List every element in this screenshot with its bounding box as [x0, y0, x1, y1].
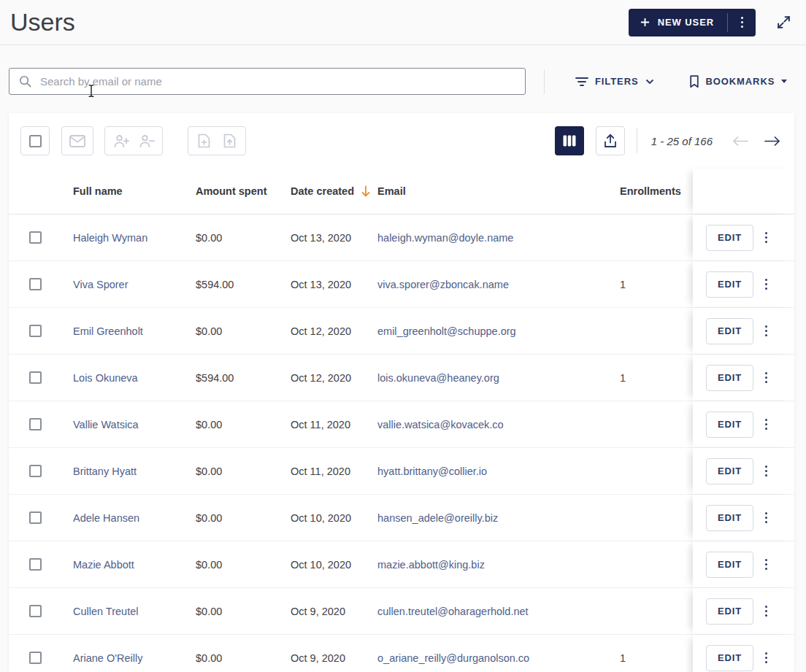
- header-action-spacer: [693, 169, 794, 214]
- email-cell: cullen.treutel@oharagerhold.net: [377, 606, 620, 617]
- file-actions-group: [188, 126, 246, 155]
- edit-button[interactable]: EDIT: [706, 552, 753, 578]
- select-all-checkbox-wrapper[interactable]: [20, 126, 50, 155]
- user-email-link[interactable]: viva.sporer@zboncak.name: [377, 279, 509, 290]
- select-all-checkbox[interactable]: [29, 135, 42, 147]
- email-icon: [69, 135, 85, 147]
- user-email-link[interactable]: cullen.treutel@oharagerhold.net: [377, 606, 529, 617]
- bookmarks-button[interactable]: BOOKMARKS: [688, 71, 789, 93]
- user-email-link[interactable]: haleigh.wyman@doyle.name: [377, 232, 513, 244]
- edit-button[interactable]: EDIT: [706, 645, 753, 671]
- row-checkbox[interactable]: [29, 558, 42, 571]
- user-name-link[interactable]: Brittany Hyatt: [73, 466, 137, 477]
- user-name-link[interactable]: Viva Sporer: [73, 279, 128, 290]
- user-name-link[interactable]: Mazie Abbott: [73, 559, 134, 571]
- send-email-button[interactable]: [61, 126, 93, 155]
- row-menu-icon[interactable]: [761, 273, 772, 296]
- user-email-link[interactable]: mazie.abbott@king.biz: [377, 559, 485, 571]
- user-name-cell: Haleigh Wyman: [73, 232, 196, 244]
- user-email-link[interactable]: o_ariane_reilly@durganolson.co: [377, 652, 529, 664]
- caret-down-icon: [781, 80, 787, 83]
- row-checkbox[interactable]: [29, 652, 42, 664]
- user-name-cell: Ariane O'Reilly: [73, 652, 196, 664]
- date-created-cell: Oct 9, 2020: [291, 606, 377, 617]
- remove-user-button[interactable]: [134, 127, 159, 155]
- user-name-link[interactable]: Cullen Treutel: [73, 606, 138, 617]
- email-cell: haleigh.wyman@doyle.name: [377, 232, 620, 244]
- edit-button[interactable]: EDIT: [706, 458, 753, 484]
- user-email-link[interactable]: emil_greenholt@schuppe.org: [377, 325, 516, 337]
- column-header-enrollments[interactable]: Enrollments: [620, 185, 693, 197]
- user-email-link[interactable]: hansen_adele@oreilly.biz: [377, 512, 498, 524]
- amount-spent-cell: $0.00: [196, 466, 291, 477]
- row-checkbox-cell: [9, 652, 73, 664]
- user-name-link[interactable]: Adele Hansen: [73, 512, 139, 524]
- new-user-button[interactable]: NEW USER: [629, 9, 756, 36]
- row-checkbox[interactable]: [29, 465, 42, 477]
- edit-button[interactable]: EDIT: [706, 225, 753, 251]
- export-file-button[interactable]: [217, 127, 242, 155]
- user-name-link[interactable]: Ariane O'Reilly: [73, 652, 142, 664]
- row-menu-icon[interactable]: [761, 646, 772, 669]
- row-menu-icon[interactable]: [761, 320, 772, 342]
- search-input[interactable]: [9, 68, 526, 95]
- search-filter-row: FILTERS BOOKMARKS: [0, 45, 806, 95]
- row-menu-icon[interactable]: [761, 600, 772, 622]
- new-user-main[interactable]: NEW USER: [629, 9, 727, 36]
- columns-view-button[interactable]: [555, 126, 584, 155]
- table-row: Cullen Treutel $0.00 Oct 9, 2020 cullen.…: [9, 588, 794, 635]
- user-name-link[interactable]: Lois Okuneva: [73, 372, 138, 384]
- table-row: Brittany Hyatt $0.00 Oct 11, 2020 hyatt.…: [9, 448, 794, 495]
- new-user-menu-icon[interactable]: [728, 9, 756, 36]
- date-created-cell: Oct 11, 2020: [291, 419, 377, 430]
- expand-icon[interactable]: [775, 13, 793, 31]
- enrollments-cell: 1: [620, 279, 693, 290]
- row-menu-icon[interactable]: [761, 413, 772, 436]
- row-menu-icon[interactable]: [761, 226, 772, 249]
- date-created-cell: Oct 10, 2020: [291, 512, 377, 524]
- row-actions: EDIT: [693, 215, 794, 260]
- user-name-link[interactable]: Emil Greenholt: [73, 325, 143, 337]
- row-checkbox[interactable]: [29, 511, 42, 524]
- user-name-link[interactable]: Vallie Watsica: [73, 419, 138, 430]
- user-email-link[interactable]: vallie.watsica@kovacek.co: [377, 419, 504, 430]
- amount-spent-cell: $0.00: [196, 232, 291, 244]
- add-file-button[interactable]: [191, 127, 217, 155]
- row-actions: EDIT: [693, 401, 794, 447]
- column-header-amount-spent[interactable]: Amount spent: [196, 185, 291, 197]
- column-header-date-created[interactable]: Date created: [291, 185, 377, 198]
- row-checkbox[interactable]: [29, 605, 42, 617]
- row-menu-icon[interactable]: [761, 506, 772, 529]
- edit-button[interactable]: EDIT: [706, 412, 753, 438]
- user-name-cell: Mazie Abbott: [73, 559, 196, 571]
- column-header-email[interactable]: Email: [377, 185, 620, 197]
- row-checkbox[interactable]: [29, 371, 42, 384]
- search-input-wrapper: [9, 68, 526, 95]
- row-checkbox[interactable]: [29, 231, 42, 244]
- add-user-button[interactable]: [108, 127, 134, 155]
- row-checkbox-cell: [9, 371, 73, 384]
- next-page-button[interactable]: [762, 134, 783, 149]
- row-menu-icon[interactable]: [761, 460, 772, 482]
- column-header-full-name[interactable]: Full name: [73, 185, 196, 197]
- edit-button[interactable]: EDIT: [706, 598, 753, 625]
- user-email-link[interactable]: hyatt.brittany@collier.io: [377, 466, 487, 477]
- row-menu-icon[interactable]: [761, 366, 772, 389]
- filters-button[interactable]: FILTERS: [574, 72, 656, 91]
- vertical-divider: [544, 69, 545, 94]
- edit-button[interactable]: EDIT: [706, 505, 753, 531]
- row-checkbox[interactable]: [29, 278, 42, 290]
- search-icon: [18, 74, 32, 88]
- previous-page-button[interactable]: [730, 134, 751, 149]
- edit-button[interactable]: EDIT: [706, 318, 753, 344]
- export-button[interactable]: [596, 126, 625, 155]
- page-title: Users: [10, 8, 75, 36]
- table-body: Haleigh Wyman $0.00 Oct 13, 2020 haleigh…: [9, 215, 794, 672]
- edit-button[interactable]: EDIT: [706, 365, 753, 391]
- row-checkbox[interactable]: [29, 418, 42, 430]
- user-name-link[interactable]: Haleigh Wyman: [73, 232, 147, 244]
- user-email-link[interactable]: lois.okuneva@heaney.org: [377, 372, 499, 384]
- row-checkbox[interactable]: [29, 325, 42, 337]
- edit-button[interactable]: EDIT: [706, 271, 753, 298]
- row-menu-icon[interactable]: [761, 553, 772, 576]
